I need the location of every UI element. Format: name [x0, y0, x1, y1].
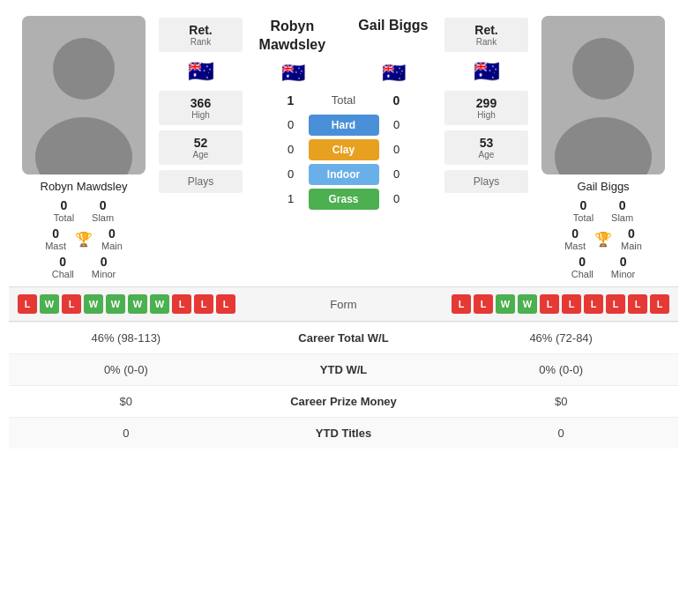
form-badge-l: L: [452, 294, 471, 314]
indoor-left-score: 0: [282, 167, 300, 181]
hard-row: 0 Hard 0: [243, 115, 444, 136]
right-rank-box: Ret. Rank: [444, 18, 528, 52]
right-info-col: Ret. Rank 🇦🇺 299 High 53 Age Plays: [444, 9, 528, 286]
form-badge-l: L: [18, 294, 37, 314]
surface-rows: 1 Total 0 0 Hard 0 0 Clay 0 0: [243, 93, 444, 213]
left-main-stat: 0 Main: [101, 226, 123, 251]
center-names: RobynMawdsley Gail Biggs: [243, 18, 444, 55]
svg-point-1: [53, 38, 115, 100]
stat-label-2: Career Prize Money: [243, 386, 444, 418]
right-main-stat: 0 Main: [621, 226, 642, 251]
right-minor-stat: 0 Minor: [611, 255, 636, 279]
hard-badge: Hard: [309, 115, 379, 136]
form-badge-l: L: [606, 294, 625, 314]
form-badge-w: W: [496, 294, 515, 314]
grass-left-score: 1: [282, 192, 300, 205]
right-form-badges: LLWWLLLLLL: [397, 294, 670, 314]
clay-row: 0 Clay 0: [243, 139, 444, 160]
form-badge-l: L: [562, 294, 581, 314]
form-badge-l: L: [650, 294, 669, 314]
right-player-avatar: [541, 16, 665, 174]
left-form-badges: LWLWWWWLLL: [18, 294, 291, 314]
left-minor-stat: 0 Minor: [92, 255, 116, 279]
grass-right-score: 0: [388, 192, 406, 205]
grass-row: 1 Grass 0: [243, 189, 444, 210]
stat-left-2: $0: [9, 386, 243, 418]
form-section: LWLWWWWLLL Form LLWWLLLLLL: [9, 286, 678, 322]
right-mast-main: 0 Mast 🏆 0 Main: [564, 226, 642, 251]
stat-right-2: $0: [444, 386, 678, 418]
center-panel: RobynMawdsley Gail Biggs 🇦🇺 🇦🇺 1 Total 0…: [243, 9, 444, 286]
stats-table: 46% (98-113) Career Total W/L 46% (72-84…: [9, 322, 678, 449]
left-high-box: 366 High: [159, 91, 243, 125]
svg-point-4: [572, 38, 634, 100]
players-top: Robyn Mawdsley 0 Total 0 Slam 0 Mast 🏆: [9, 9, 678, 286]
left-rank-box: Ret. Rank: [159, 18, 243, 52]
clay-right-score: 0: [388, 143, 406, 156]
center-left-flag: 🇦🇺: [281, 62, 305, 85]
left-chall-minor: 0 Chall 0 Minor: [52, 255, 116, 279]
form-badge-w: W: [150, 294, 169, 314]
stat-right-3: 0: [444, 418, 678, 449]
stat-right-1: 0% (0-0): [444, 354, 678, 386]
indoor-badge: Indoor: [309, 164, 379, 185]
stat-label-1: YTD W/L: [243, 354, 444, 386]
stats-row: 46% (98-113) Career Total W/L 46% (72-84…: [9, 323, 678, 354]
center-flags: 🇦🇺 🇦🇺: [243, 62, 444, 85]
stat-left-3: 0: [9, 418, 243, 449]
clay-badge: Clay: [309, 139, 379, 160]
right-age-box: 53 Age: [444, 130, 528, 165]
left-info-col: Ret. Rank 🇦🇺 366 High 52 Age Plays: [159, 9, 243, 286]
left-trophy-icon: 🏆: [75, 231, 93, 248]
center-left-name: RobynMawdsley: [259, 18, 326, 55]
form-badge-l: L: [172, 294, 191, 314]
indoor-row: 0 Indoor 0: [243, 164, 444, 185]
center-right-name: Gail Biggs: [358, 18, 428, 55]
right-stats-total-slam: 0 Total 0 Slam: [573, 198, 633, 223]
form-badge-w: W: [128, 294, 147, 314]
main-container: Robyn Mawdsley 0 Total 0 Slam 0 Mast 🏆: [0, 0, 687, 457]
form-badge-w: W: [40, 294, 59, 314]
hard-left-score: 0: [282, 118, 300, 131]
stat-right-0: 46% (72-84): [444, 323, 678, 354]
stats-row: 0 YTD Titles 0: [9, 418, 678, 449]
stats-row: $0 Career Prize Money $0: [9, 386, 678, 418]
right-chall-stat: 0 Chall: [571, 255, 594, 279]
form-badge-l: L: [584, 294, 603, 314]
left-flag: 🇦🇺: [159, 59, 243, 84]
left-stats-total-slam: 0 Total 0 Slam: [54, 198, 114, 223]
right-flag: 🇦🇺: [444, 59, 528, 84]
hard-right-score: 0: [388, 118, 406, 131]
left-age-box: 52 Age: [159, 130, 243, 165]
form-badge-l: L: [216, 294, 235, 314]
indoor-right-score: 0: [388, 167, 406, 181]
right-total-stat: 0 Total: [573, 198, 594, 223]
clay-left-score: 0: [282, 143, 300, 156]
left-total-stat: 0 Total: [54, 198, 74, 223]
form-badge-l: L: [62, 294, 81, 314]
left-mast-main: 0 Mast 🏆 0 Main: [45, 226, 123, 251]
form-badge-w: W: [84, 294, 103, 314]
left-plays-box: Plays: [159, 170, 243, 193]
form-badge-w: W: [518, 294, 537, 314]
stat-label-0: Career Total W/L: [243, 323, 444, 354]
right-slam-stat: 0 Slam: [611, 198, 633, 223]
left-mast-stat: 0 Mast: [45, 226, 66, 251]
center-right-flag: 🇦🇺: [382, 62, 406, 85]
left-chall-stat: 0 Chall: [52, 255, 74, 279]
total-row: 1 Total 0: [243, 93, 444, 108]
stat-label-3: YTD Titles: [243, 418, 444, 449]
form-label: Form: [291, 298, 397, 311]
right-plays-box: Plays: [444, 170, 528, 193]
form-badge-l: L: [194, 294, 213, 314]
form-badge-l: L: [474, 294, 493, 314]
stat-left-1: 0% (0-0): [9, 354, 243, 386]
right-trophy-icon: 🏆: [594, 231, 612, 248]
left-player-card: Robyn Mawdsley 0 Total 0 Slam 0 Mast 🏆: [9, 9, 159, 286]
right-player-card: Gail Biggs 0 Total 0 Slam 0 Mast 🏆 0: [528, 9, 678, 286]
right-player-name: Gail Biggs: [577, 180, 629, 193]
right-mast-stat: 0 Mast: [564, 226, 586, 251]
form-badge-l: L: [628, 294, 647, 314]
form-badge-w: W: [106, 294, 125, 314]
form-badge-l: L: [540, 294, 559, 314]
